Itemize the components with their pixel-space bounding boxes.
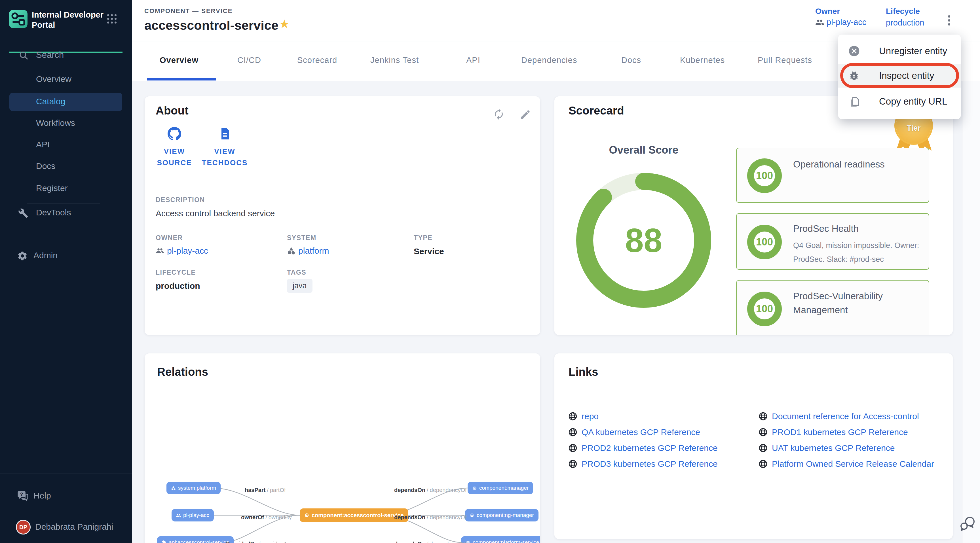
edge-separator: /	[427, 487, 428, 493]
edit-pencil-icon[interactable]	[520, 109, 531, 120]
tag-chip[interactable]: java	[287, 279, 312, 293]
link-item[interactable]: Document reference for Access-control	[758, 411, 919, 421]
edge-label: apiProvidedBy/providesApi	[218, 541, 291, 543]
link-item[interactable]: Platform Owned Service Release Calendar	[758, 459, 934, 469]
link-item[interactable]: UAT kubernetes GCP Reference	[758, 443, 895, 453]
graph-node-system[interactable]: system:platform	[167, 482, 221, 494]
owner-field-label: OWNER	[156, 234, 183, 242]
graph-node-owner-group[interactable]: pl-play-acc	[172, 509, 214, 521]
sidebar-divider	[27, 66, 100, 66]
edge-label: dependsOn/dependencyOf	[394, 514, 467, 521]
tab-docs[interactable]: Docs	[621, 56, 641, 65]
sidebar-item-register[interactable]: Register	[36, 183, 68, 193]
search-label: Search	[36, 50, 64, 60]
user-profile[interactable]: DP Debabrata Panigrahi	[0, 518, 132, 537]
system-field-value: platform	[287, 246, 329, 256]
graph-node-label: system:platform	[178, 485, 216, 491]
view-techdocs-button[interactable]: VIEW TECHDOCS	[201, 127, 248, 168]
globe-icon	[568, 427, 578, 437]
group-icon	[176, 513, 181, 518]
gear-icon	[17, 251, 28, 261]
tab-kubernetes[interactable]: Kubernetes	[680, 56, 725, 65]
view-source-button[interactable]: VIEW SOURCE	[153, 127, 196, 168]
owner-link[interactable]: pl-play-acc	[827, 17, 866, 27]
tab-scorecard[interactable]: Scorecard	[297, 56, 337, 65]
tab-overview[interactable]: Overview	[160, 56, 199, 65]
globe-icon	[568, 443, 578, 453]
owner-field-link[interactable]: pl-play-acc	[167, 246, 208, 256]
tab-pull-requests[interactable]: Pull Requests	[758, 56, 812, 65]
chat-bubbles-icon[interactable]	[959, 514, 976, 532]
link-item[interactable]: PROD3 kubernetes GCP Reference	[568, 459, 718, 469]
sidebar-item-devtools[interactable]: DevTools	[0, 206, 132, 222]
entity-menu-button[interactable]	[945, 13, 953, 29]
sidebar-item-admin[interactable]: Admin	[0, 248, 132, 265]
cancel-icon	[848, 45, 860, 57]
graph-node-center[interactable]: component:accesscontrol-service	[300, 508, 408, 522]
sidebar-item-overview[interactable]: Overview	[36, 74, 72, 84]
devtools-label: DevTools	[36, 208, 71, 218]
sidebar-item-catalog-label: Catalog	[36, 97, 65, 106]
edge-separator: /	[267, 487, 269, 493]
globe-icon	[758, 427, 768, 437]
link-item[interactable]: PROD2 kubernetes GCP Reference	[568, 443, 718, 453]
view-techdocs-label: VIEW TECHDOCS	[201, 146, 248, 168]
graph-node-ng-manager[interactable]: component:ng-manager	[465, 509, 538, 521]
component-icon	[469, 513, 474, 518]
refresh-icon[interactable]	[493, 108, 505, 120]
owner-block: Owner pl-play-acc	[815, 7, 866, 27]
sidebar: Internal Developer Portal Search Overvie…	[0, 0, 132, 543]
system-icon	[287, 246, 296, 255]
edge-label: dependsOn/dependencyOf	[394, 487, 467, 494]
link-label: Document reference for Access-control	[772, 411, 919, 421]
sidebar-divider	[0, 473, 132, 474]
admin-label: Admin	[33, 251, 57, 260]
description-label: DESCRIPTION	[156, 196, 205, 204]
description-value: Access control backend service	[156, 209, 275, 218]
check-title: ProdSec Health	[793, 223, 859, 234]
type-field-value: Service	[414, 246, 444, 256]
component-icon	[304, 513, 309, 518]
lifecycle-label: Lifecycle	[886, 7, 924, 16]
sidebar-item-workflows[interactable]: Workflows	[36, 118, 75, 128]
check-title: Operational readiness	[793, 159, 885, 170]
favorite-star-icon[interactable]: ★	[279, 17, 290, 31]
tab-api[interactable]: API	[466, 56, 480, 65]
lifecycle-field-label: LIFECYCLE	[156, 269, 196, 276]
link-item[interactable]: repo	[568, 411, 598, 421]
scorecard-check-card[interactable]: 100 Operational readiness	[736, 148, 929, 203]
scorecard-check-card[interactable]: 100 ProdSec-Vulnerability Management	[736, 280, 929, 335]
graph-node-platform-service[interactable]: component:platform-service	[461, 536, 540, 543]
techdocs-icon	[218, 127, 232, 141]
sidebar-item-docs[interactable]: Docs	[36, 161, 55, 171]
lifecycle-block: Lifecycle production	[886, 7, 924, 27]
app-logo[interactable]	[9, 10, 27, 28]
sidebar-search[interactable]: Search	[0, 48, 132, 65]
link-label: repo	[582, 411, 598, 421]
help-icon: ?	[17, 490, 29, 502]
menu-item-unregister[interactable]: Unregister entity	[838, 42, 961, 60]
relations-graph-edges	[145, 461, 540, 543]
sidebar-item-help[interactable]: ? Help	[0, 489, 132, 505]
scorecard-check-card[interactable]: 100 ProdSec Health Q4 Goal, mission impo…	[736, 213, 929, 270]
tab-dependencies[interactable]: Dependencies	[521, 56, 577, 65]
tab-jenkins-test[interactable]: Jenkins Test	[370, 56, 419, 65]
tab-cicd[interactable]: CI/CD	[237, 56, 261, 65]
puzzle-icon	[162, 540, 167, 543]
sidebar-item-api[interactable]: API	[36, 140, 49, 149]
about-title: About	[156, 104, 189, 117]
edge-inverse: dependencyOf	[430, 514, 467, 520]
entity-eyebrow: COMPONENT — SERVICE	[144, 7, 232, 15]
active-tab-indicator	[147, 78, 216, 81]
sidebar-item-catalog[interactable]: Catalog	[10, 93, 122, 111]
sidebar-divider	[9, 235, 123, 235]
graph-node-manager[interactable]: component:manager	[468, 482, 533, 494]
link-item[interactable]: PROD1 kubernetes GCP Reference	[758, 427, 908, 437]
links-title: Links	[568, 365, 598, 378]
system-field-link[interactable]: platform	[298, 246, 329, 256]
apps-grid-icon[interactable]	[107, 14, 116, 24]
menu-item-copy-url[interactable]: Copy entity URL	[838, 92, 961, 111]
check-title: ProdSec-Vulnerability Management	[793, 289, 929, 317]
link-item[interactable]: QA kubernetes GCP Reference	[568, 427, 700, 437]
page-title: accesscontrol-service	[144, 18, 278, 33]
